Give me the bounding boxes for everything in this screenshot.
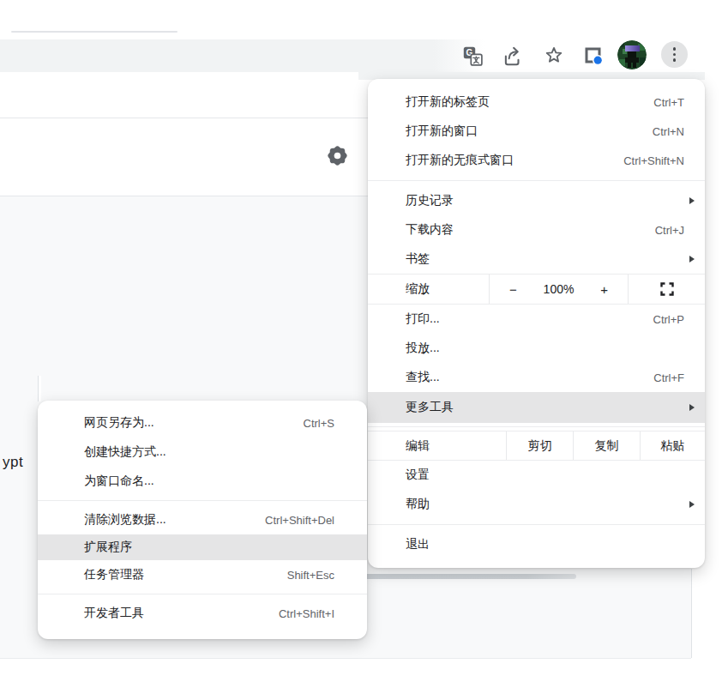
menu-item-label: 打开新的无痕式窗口	[406, 153, 514, 168]
menu-item-history[interactable]: 历史记录	[368, 186, 705, 215]
menu-dots-icon	[673, 47, 677, 51]
fullscreen-button[interactable]	[629, 275, 705, 304]
page-card-edge	[691, 569, 692, 658]
menu-item-label: 下载内容	[406, 222, 454, 238]
submenu-item-task-manager[interactable]: 任务管理器 Shift+Esc	[38, 560, 367, 589]
submenu-arrow-icon	[689, 404, 695, 411]
menu-dots-icon	[673, 53, 677, 57]
copy-button[interactable]: 复制	[573, 431, 640, 460]
menu-item-shortcut: Ctrl+N	[653, 125, 684, 138]
submenu-arrow-icon	[689, 501, 695, 508]
menu-item-more-tools[interactable]: 更多工具	[368, 392, 705, 423]
menu-item-label: 打开新的标签页	[406, 94, 490, 110]
menu-item-bookmarks[interactable]: 书签	[368, 244, 705, 274]
menu-separator	[38, 500, 367, 501]
menu-item-shortcut: Ctrl+F	[653, 371, 684, 384]
menu-item-shortcut: Ctrl+Shift+N	[623, 154, 684, 167]
submenu-arrow-icon	[689, 197, 695, 204]
page-card-edge	[38, 376, 41, 401]
menu-item-label: 网页另存为...	[84, 415, 154, 431]
page-header-band	[0, 39, 433, 72]
submenu-item-extensions[interactable]: 扩展程序	[38, 534, 367, 560]
omnibox-bottom-edge	[11, 31, 177, 33]
menu-item-shortcut: Ctrl+S	[304, 417, 334, 430]
share-icon[interactable]	[502, 45, 524, 67]
menu-item-label: 开发者工具	[84, 606, 144, 621]
zoom-label: 缩放	[406, 281, 430, 297]
menu-item-label: 打开新的窗口	[406, 124, 478, 139]
menu-item-label: 设置	[406, 468, 430, 483]
menu-item-label: 查找...	[406, 370, 440, 385]
menu-item-downloads[interactable]: 下载内容 Ctrl+J	[368, 215, 705, 244]
menu-item-find[interactable]: 查找... Ctrl+F	[368, 363, 705, 392]
bookmark-star-icon[interactable]	[543, 45, 565, 67]
menu-item-shortcut: Shift+Esc	[287, 569, 334, 582]
submenu-item-clear-browsing-data[interactable]: 清除浏览数据... Ctrl+Shift+Del	[38, 505, 367, 534]
menu-item-label: 创建快捷方式...	[84, 444, 166, 460]
menu-item-label: 扩展程序	[84, 540, 132, 555]
settings-gear-icon[interactable]	[326, 144, 349, 167]
menu-item-shortcut: Ctrl+Shift+I	[279, 607, 334, 620]
menu-item-label: 投放...	[406, 341, 440, 356]
cut-button[interactable]: 剪切	[506, 431, 573, 460]
menu-item-print[interactable]: 打印... Ctrl+P	[368, 305, 705, 334]
page-partial-text: ypt	[3, 454, 23, 471]
menu-item-label: 帮助	[406, 497, 430, 512]
menu-item-new-incognito-window[interactable]: 打开新的无痕式窗口 Ctrl+Shift+N	[368, 146, 705, 175]
submenu-item-name-window[interactable]: 为窗口命名...	[38, 467, 367, 496]
zoom-out-button[interactable]: −	[509, 282, 517, 297]
menu-item-label: 打印...	[406, 311, 440, 327]
menu-dots-icon	[673, 58, 677, 62]
more-tools-submenu: 网页另存为... Ctrl+S 创建快捷方式... 为窗口命名... 清除浏览数…	[38, 401, 367, 639]
paste-button[interactable]: 粘贴	[640, 431, 705, 460]
submenu-arrow-icon	[689, 256, 695, 262]
fullscreen-icon	[659, 281, 675, 297]
menu-item-exit[interactable]: 退出	[368, 530, 705, 559]
menu-item-cast[interactable]: 投放...	[368, 334, 705, 363]
menu-separator	[368, 426, 705, 427]
menu-item-label: 书签	[406, 251, 430, 267]
menu-item-settings[interactable]: 设置	[368, 461, 705, 490]
menu-item-edit: 编辑 剪切 复制 粘贴	[368, 431, 705, 461]
browser-main-menu: 打开新的标签页 Ctrl+T 打开新的窗口 Ctrl+N 打开新的无痕式窗口 C…	[368, 79, 705, 568]
submenu-item-developer-tools[interactable]: 开发者工具 Ctrl+Shift+I	[38, 599, 367, 628]
menu-item-help[interactable]: 帮助	[368, 490, 705, 519]
menu-item-label: 更多工具	[406, 400, 454, 415]
zoom-level: 100%	[544, 282, 575, 296]
menu-item-shortcut: Ctrl+J	[655, 224, 684, 237]
menu-item-new-window[interactable]: 打开新的窗口 Ctrl+N	[368, 117, 705, 146]
menu-item-shortcut: Ctrl+P	[653, 313, 684, 326]
menu-item-label: 任务管理器	[84, 567, 144, 582]
menu-item-label: 为窗口命名...	[84, 474, 154, 489]
menu-item-label: 清除浏览数据...	[84, 512, 166, 528]
menu-item-new-tab[interactable]: 打开新的标签页 Ctrl+T	[368, 88, 705, 117]
side-panel-icon[interactable]	[584, 46, 604, 66]
translate-icon[interactable]: G	[463, 46, 483, 66]
menu-item-zoom: 缩放 − 100% +	[368, 274, 705, 305]
page-divider-line	[0, 658, 691, 659]
edit-label: 编辑	[406, 438, 430, 454]
browser-menu-button[interactable]	[661, 41, 688, 68]
menu-item-shortcut: Ctrl+Shift+Del	[265, 514, 334, 527]
menu-separator	[38, 594, 367, 594]
menu-separator	[368, 524, 705, 525]
menu-item-shortcut: Ctrl+T	[653, 96, 684, 109]
menu-item-label: 历史记录	[406, 193, 454, 208]
profile-avatar[interactable]	[617, 40, 647, 69]
zoom-in-button[interactable]: +	[600, 282, 608, 297]
menu-separator	[368, 180, 705, 181]
menu-item-label: 退出	[406, 537, 430, 552]
submenu-item-create-shortcut[interactable]: 创建快捷方式...	[38, 438, 367, 467]
page-divider-line	[0, 118, 368, 118]
submenu-item-save-page-as[interactable]: 网页另存为... Ctrl+S	[38, 408, 367, 438]
